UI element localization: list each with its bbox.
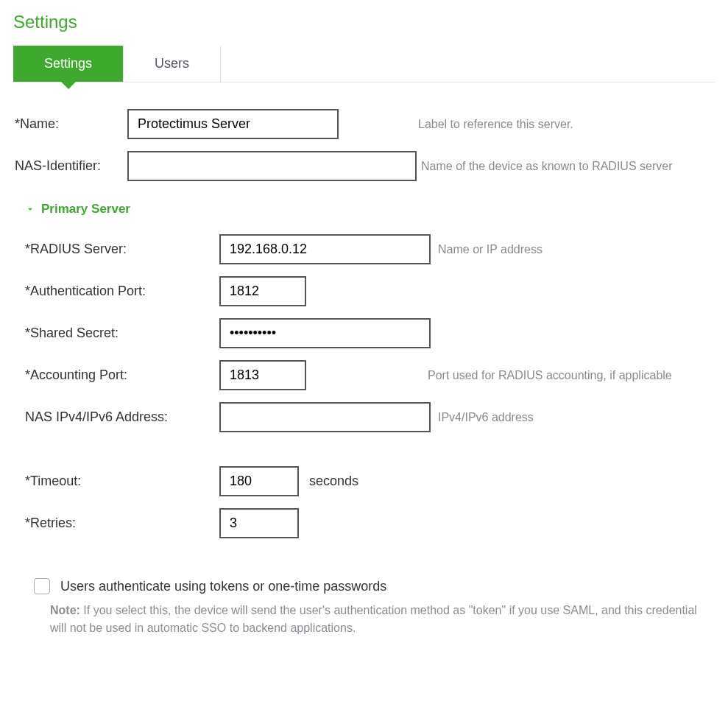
radius-server-input[interactable] — [219, 234, 431, 264]
auth-port-label: *Authentication Port: — [25, 284, 219, 299]
chevron-down-icon — [25, 204, 35, 214]
retries-input[interactable] — [219, 508, 299, 538]
page-title: Settings — [13, 12, 715, 32]
nas-address-input[interactable] — [219, 402, 431, 432]
nas-identifier-hint: Name of the device as known to RADIUS se… — [421, 160, 672, 173]
nas-address-label: NAS IPv4/IPv6 Address: — [25, 409, 219, 425]
token-auth-label: Users authenticate using tokens or one-t… — [60, 579, 386, 594]
radius-server-hint: Name or IP address — [438, 243, 543, 256]
radius-server-label: *RADIUS Server: — [25, 242, 219, 257]
tab-users[interactable]: Users — [124, 46, 221, 82]
auth-port-input[interactable] — [219, 276, 306, 306]
token-auth-note: Note: If you select this, the device wil… — [13, 594, 715, 637]
accounting-port-hint: Port used for RADIUS accounting, if appl… — [428, 369, 672, 382]
primary-server-toggle[interactable]: Primary Server — [25, 202, 715, 217]
accounting-port-label: *Accounting Port: — [25, 367, 219, 383]
token-auth-checkbox[interactable] — [34, 578, 50, 594]
shared-secret-label: *Shared Secret: — [25, 326, 219, 341]
nas-address-hint: IPv4/IPv6 address — [438, 411, 534, 424]
nas-identifier-label: NAS-Identifier: — [13, 158, 127, 174]
name-hint: Label to reference this server. — [418, 118, 573, 131]
accounting-port-input[interactable] — [219, 360, 306, 390]
primary-server-header: Primary Server — [41, 202, 130, 217]
tab-settings[interactable]: Settings — [13, 46, 124, 82]
timeout-input[interactable] — [219, 466, 299, 496]
note-strong: Note: — [50, 604, 80, 616]
shared-secret-input[interactable] — [219, 318, 431, 348]
timeout-label: *Timeout: — [25, 474, 219, 489]
nas-identifier-input[interactable] — [127, 151, 417, 181]
timeout-suffix: seconds — [309, 474, 358, 489]
retries-label: *Retries: — [25, 516, 219, 531]
tab-bar: Settings Users — [13, 46, 715, 82]
name-label: *Name: — [13, 116, 127, 132]
note-text: If you select this, the device will send… — [50, 604, 697, 634]
name-input[interactable] — [127, 109, 339, 139]
